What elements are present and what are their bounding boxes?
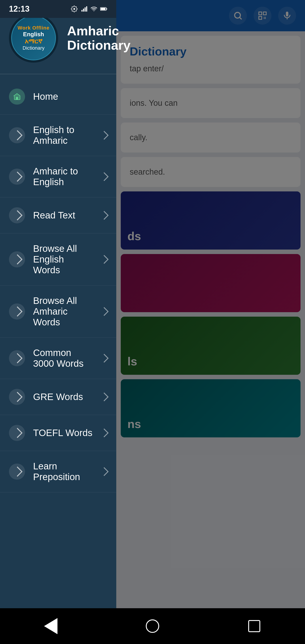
chevron-read-text-icon	[100, 211, 109, 220]
settings-icon	[71, 5, 78, 12]
menu-home-label: Home	[33, 91, 107, 102]
menu-item-read-text[interactable]: Read Text	[0, 198, 116, 234]
menu-gre-label: GRE Words	[33, 392, 93, 402]
chevron-browse-english-icon	[100, 255, 109, 264]
menu-item-gre[interactable]: GRE Words	[0, 379, 116, 415]
drawer-menu: Home English to Amharic Amharic to Engli…	[0, 74, 116, 644]
chevron-gre-icon	[100, 392, 109, 402]
recents-button[interactable]	[243, 615, 266, 637]
common-3000-icon	[9, 350, 25, 366]
chevron-browse-amharic-icon	[100, 307, 109, 316]
gre-icon	[9, 389, 25, 405]
logo-dict-text: Dictionary	[22, 45, 44, 51]
svg-rect-17	[106, 8, 107, 10]
amharic-english-icon	[9, 168, 25, 185]
chevron-common-3000-icon	[100, 354, 109, 363]
menu-english-amharic-label: English to Amharic	[33, 124, 93, 146]
menu-common-3000-label: Common 3000 Words	[33, 348, 93, 369]
wifi-icon	[90, 5, 98, 12]
recents-icon	[248, 620, 260, 632]
svg-rect-16	[101, 8, 106, 10]
menu-item-preposition[interactable]: Learn Preposition	[0, 451, 116, 492]
logo-amharic-text: አማርኛ	[25, 38, 42, 45]
signal-icon	[80, 5, 88, 12]
chevron-preposition-icon	[100, 467, 109, 476]
menu-item-browse-english[interactable]: Browse All English Words	[0, 234, 116, 286]
home-button[interactable]	[141, 615, 164, 637]
drawer-title-line1: Amharic	[67, 24, 130, 38]
svg-rect-13	[84, 8, 86, 12]
toefl-icon	[9, 425, 25, 441]
status-time: 12:13	[9, 4, 30, 14]
logo-work-text: Work Offline	[18, 25, 50, 31]
back-icon	[44, 618, 58, 634]
menu-item-toefl[interactable]: TOEFL Words	[0, 415, 116, 451]
battery-icon	[100, 5, 107, 12]
drawer-title-line2: Dictionary	[67, 38, 130, 52]
menu-browse-amharic-label: Browse All Amharic Words	[33, 296, 93, 328]
app-logo: Work Offline English አማርኛ Dictionary	[9, 14, 58, 62]
english-amharic-icon	[9, 127, 25, 143]
drawer-title: Amharic Dictionary	[67, 24, 130, 52]
preposition-icon	[9, 464, 25, 480]
menu-amharic-english-label: Amharic to English	[33, 166, 93, 188]
logo-english-text: English	[23, 31, 44, 38]
status-bar: 12:13	[0, 0, 116, 18]
menu-preposition-label: Learn Preposition	[33, 461, 93, 482]
chevron-toefl-icon	[100, 428, 109, 438]
menu-item-browse-amharic[interactable]: Browse All Amharic Words	[0, 286, 116, 338]
menu-toefl-label: TOEFL Words	[33, 428, 93, 438]
chevron-amharic-english-icon	[100, 172, 109, 181]
svg-rect-11	[82, 10, 82, 12]
menu-item-common-3000[interactable]: Common 3000 Words	[0, 338, 116, 379]
status-icons	[71, 5, 107, 12]
home-icon-circle	[9, 88, 25, 105]
svg-rect-12	[83, 9, 84, 12]
read-text-icon	[9, 207, 25, 224]
menu-item-amharic-to-english[interactable]: Amharic to English	[0, 156, 116, 198]
bottom-navigation	[0, 608, 305, 644]
back-button[interactable]	[40, 615, 62, 637]
menu-item-home[interactable]: Home	[0, 79, 116, 115]
menu-read-text-label: Read Text	[33, 210, 93, 221]
chevron-english-amharic-icon	[100, 131, 109, 140]
navigation-drawer: 12:13	[0, 0, 116, 644]
menu-item-english-to-amharic[interactable]: English to Amharic	[0, 115, 116, 156]
menu-browse-english-label: Browse All English Words	[33, 243, 93, 276]
browse-amharic-icon	[9, 304, 25, 320]
browse-english-icon	[9, 251, 25, 268]
svg-rect-14	[86, 6, 87, 12]
home-nav-icon	[146, 620, 159, 633]
svg-rect-18	[16, 97, 18, 100]
